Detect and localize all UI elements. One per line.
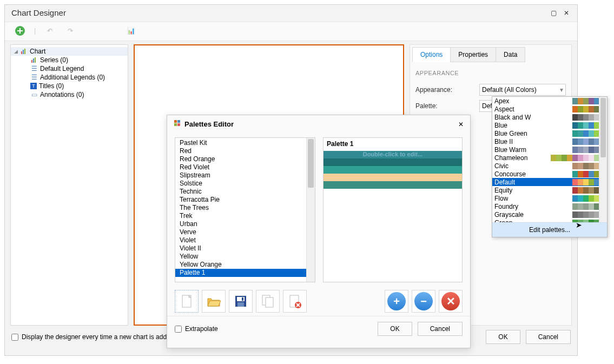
- new-palette-button[interactable]: [175, 290, 199, 313]
- palette-option[interactable]: Aspect: [492, 105, 607, 113]
- legend-icon: ☰: [30, 65, 38, 72]
- extrapolate-checkbox[interactable]: Extrapolate: [175, 325, 218, 333]
- svg-rect-17: [266, 297, 273, 307]
- list-item[interactable]: Slipstream: [175, 171, 315, 180]
- svg-rect-14: [237, 302, 244, 307]
- list-item[interactable]: Yellow: [175, 253, 315, 261]
- ok-button[interactable]: OK: [378, 322, 412, 336]
- list-item[interactable]: Urban: [175, 220, 315, 228]
- color-row[interactable]: [323, 181, 462, 189]
- structure-tree[interactable]: ◢ Chart Series (0) ☰Default Legend ☰Addi…: [10, 44, 128, 326]
- palette-name-list[interactable]: Pastel KitRedRed OrangeRed VioletSlipstr…: [175, 137, 315, 282]
- maximize-icon[interactable]: ▢: [549, 9, 559, 17]
- checkbox-input[interactable]: [175, 326, 182, 333]
- list-item[interactable]: Trek: [175, 212, 315, 220]
- svg-rect-9: [174, 123, 177, 126]
- color-row[interactable]: [323, 158, 462, 166]
- cancel-button[interactable]: Cancel: [526, 330, 571, 344]
- list-item[interactable]: Technic: [175, 188, 315, 196]
- tree-item-annotations[interactable]: ▭Annotations (0): [27, 90, 128, 99]
- delete-palette-button[interactable]: [283, 290, 307, 313]
- list-item[interactable]: Red Orange: [175, 155, 315, 163]
- color-row[interactable]: [323, 174, 462, 181]
- palette-option[interactable]: Blue: [492, 121, 607, 129]
- list-item[interactable]: Violet: [175, 236, 315, 244]
- palette-option[interactable]: Civic: [492, 162, 607, 170]
- palette-option[interactable]: Blue Warm: [492, 145, 607, 154]
- palette-option[interactable]: Foundry: [492, 202, 607, 210]
- palette-option[interactable]: Green: [492, 219, 607, 222]
- edit-palettes-button[interactable]: Edit palettes... ➤: [492, 222, 607, 237]
- add-color-button[interactable]: +: [385, 290, 408, 313]
- list-item[interactable]: Violet II: [175, 244, 315, 253]
- tree-item-series[interactable]: Series (0): [27, 56, 128, 64]
- palette-preview: Palette 1 Double-click to edit...: [323, 137, 463, 282]
- svg-rect-7: [174, 120, 177, 123]
- tree-root[interactable]: ◢ Chart: [11, 47, 128, 56]
- tab-options[interactable]: Options: [412, 47, 451, 62]
- cursor-icon: ➤: [576, 221, 582, 229]
- palette-option[interactable]: Blue II: [492, 137, 607, 145]
- color-row[interactable]: [323, 166, 462, 174]
- color-row[interactable]: Double-click to edit...: [323, 151, 462, 158]
- tree-label: Chart: [30, 48, 45, 55]
- tree-item-titles[interactable]: TTitles (0): [27, 82, 128, 90]
- scroll-thumb[interactable]: [308, 139, 314, 188]
- appearance-dropdown[interactable]: Default (All Colors)▾: [479, 84, 566, 96]
- svg-rect-15: [242, 297, 243, 301]
- svg-rect-10: [177, 123, 180, 126]
- palette-option[interactable]: Flow: [492, 194, 607, 202]
- tree-item-legend[interactable]: ☰Default Legend: [27, 64, 128, 73]
- list-item[interactable]: Palette 1: [175, 269, 315, 277]
- svg-rect-8: [177, 120, 180, 123]
- close-icon[interactable]: ✕: [561, 9, 572, 17]
- add-button[interactable]: [14, 24, 27, 37]
- cancel-button[interactable]: Cancel: [418, 322, 463, 336]
- tab-properties[interactable]: Properties: [450, 47, 496, 62]
- palettes-editor-window: Palettes Editor ✕ Pastel KitRedRed Orang…: [167, 115, 471, 348]
- palette-option[interactable]: Blue Green: [492, 129, 607, 137]
- list-item[interactable]: Terracotta Pie: [175, 196, 315, 204]
- palette-option[interactable]: Chameleon: [492, 154, 607, 162]
- chart-type-button[interactable]: 📊: [124, 24, 137, 37]
- scroll-thumb[interactable]: [600, 98, 606, 157]
- palette-option[interactable]: Apex: [492, 97, 607, 105]
- tree-item-addlegends[interactable]: ☰Additional Legends (0): [27, 73, 128, 82]
- open-palette-button[interactable]: [202, 290, 226, 313]
- appearance-label: Appearance:: [415, 86, 475, 94]
- palette-option[interactable]: Black and W: [492, 113, 607, 121]
- palette-option[interactable]: Grayscale: [492, 210, 607, 219]
- display-designer-checkbox[interactable]: Display the designer every time a new ch…: [11, 333, 174, 341]
- save-palette-button[interactable]: [229, 290, 253, 313]
- expand-icon[interactable]: ◢: [14, 49, 18, 54]
- close-icon[interactable]: ✕: [458, 121, 464, 128]
- scrollbar[interactable]: [306, 138, 315, 282]
- list-item[interactable]: Red: [175, 147, 315, 155]
- ok-button[interactable]: OK: [486, 330, 520, 344]
- delete-color-button[interactable]: ✕: [439, 290, 463, 313]
- palette-option[interactable]: Equity: [492, 186, 607, 194]
- redo-button[interactable]: ↷: [64, 24, 77, 37]
- svg-rect-3: [24, 49, 25, 54]
- list-item[interactable]: Solstice: [175, 180, 315, 188]
- palette-icon: [174, 120, 181, 129]
- palette-label: Palette:: [415, 102, 475, 110]
- series-icon: [30, 56, 38, 64]
- svg-rect-2: [23, 50, 24, 54]
- list-item[interactable]: Red Violet: [175, 163, 315, 171]
- palette-list[interactable]: ApexAspectBlack and WBlueBlue GreenBlue …: [492, 97, 607, 222]
- list-item[interactable]: The Trees: [175, 204, 315, 212]
- remove-color-button[interactable]: −: [412, 290, 435, 313]
- palette-option[interactable]: Default: [492, 178, 607, 186]
- annotation-icon: ▭: [30, 91, 38, 98]
- tab-data[interactable]: Data: [496, 47, 525, 62]
- legend-icon: ☰: [30, 74, 38, 81]
- scrollbar[interactable]: [599, 97, 607, 222]
- undo-button[interactable]: ↶: [43, 24, 56, 37]
- list-item[interactable]: Pastel Kit: [175, 139, 315, 147]
- copy-palette-button[interactable]: [256, 290, 280, 313]
- list-item[interactable]: Verve: [175, 228, 315, 236]
- palette-option[interactable]: Concourse: [492, 170, 607, 178]
- list-item[interactable]: Yellow Orange: [175, 261, 315, 269]
- checkbox-input[interactable]: [11, 334, 18, 341]
